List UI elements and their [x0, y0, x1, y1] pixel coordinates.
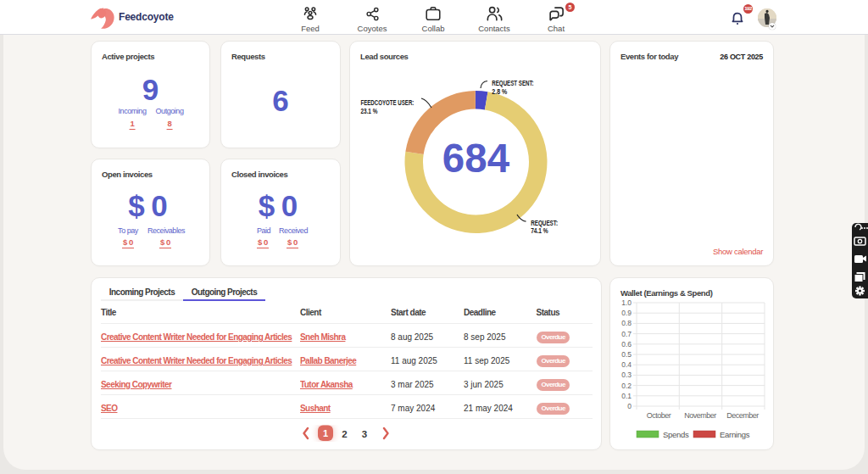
svg-text:0.6: 0.6: [621, 340, 632, 349]
svg-text:0.2: 0.2: [621, 382, 632, 390]
svg-text:0.9: 0.9: [621, 309, 632, 317]
svg-text:0: 0: [627, 402, 632, 410]
svg-text:0.5: 0.5: [621, 350, 632, 359]
svg-text:684: 684: [442, 136, 510, 181]
svg-text:Spends: Spends: [663, 430, 689, 439]
svg-text:0.8: 0.8: [621, 319, 632, 327]
svg-text:1: 1: [323, 428, 328, 438]
svg-text:74.1 %: 74.1 %: [531, 226, 548, 235]
svg-text:2: 2: [342, 429, 347, 439]
svg-text:Earnings: Earnings: [720, 430, 750, 439]
svg-text:0.7: 0.7: [621, 330, 632, 338]
svg-text:November: November: [684, 411, 716, 420]
svg-text:December: December: [726, 411, 759, 420]
svg-text:2.8 %: 2.8 %: [492, 86, 507, 96]
svg-text:23.1 %: 23.1 %: [360, 106, 377, 115]
svg-text:1.0: 1.0: [621, 298, 632, 307]
svg-text:3: 3: [362, 429, 367, 439]
svg-text:0.3: 0.3: [621, 371, 632, 379]
svg-text:0.4: 0.4: [621, 360, 632, 369]
svg-text:0.1: 0.1: [621, 392, 632, 400]
svg-text:October: October: [647, 411, 671, 420]
